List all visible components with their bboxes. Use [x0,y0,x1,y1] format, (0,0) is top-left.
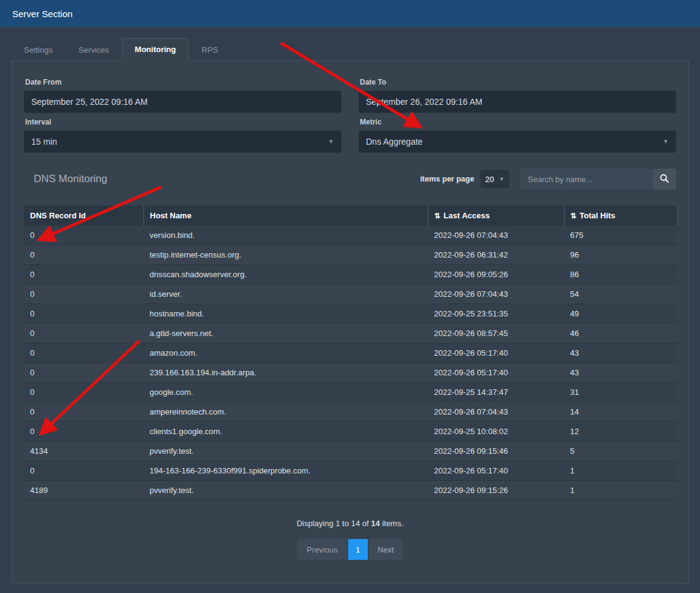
interval-select[interactable]: 15 min ▼ [24,131,341,153]
cell-host-name: amazon.com. [143,343,428,363]
cell-last-access: 2022-09-26 07:04:43 [428,285,564,304]
column-header-host-name: Host Name [143,205,428,226]
chevron-down-icon: ▼ [328,138,334,145]
toolbar-right: items per page 20 ▼ [420,169,676,189]
cell-dns-record-id: 0 [24,363,143,383]
cell-host-name: dnsscan.shadowserver.org. [143,265,428,285]
cell-host-name: 239.166.163.194.in-addr.arpa. [143,363,428,383]
section-title: DNS Monitoring [34,173,107,185]
filter-grid: Date From Date To Interval 15 min ▼ Metr… [24,73,676,153]
date-to-input[interactable] [359,91,676,113]
section-toolbar: DNS Monitoring items per page 20 ▼ [24,169,676,189]
cell-total-hits: 54 [564,285,677,304]
cell-host-name: id.server. [143,285,428,304]
table-row[interactable]: 0 ampereinnotech.com. 2022-09-26 07:04:4… [24,402,677,422]
table-row[interactable]: 4134 pvverify.test. 2022-09-26 09:15:46 … [24,442,677,461]
cell-total-hits: 5 [564,442,677,461]
sort-icon: ⇅ [435,212,441,220]
cell-last-access: 2022-09-26 09:05:26 [428,265,564,285]
table-row[interactable]: 0 194-163-166-239-6330f991.spiderprobe.c… [24,461,677,481]
column-header-total-hits[interactable]: ⇅Total Hits [564,205,677,226]
cell-last-access: 2022-09-26 06:31:42 [428,245,564,265]
cell-last-access: 2022-09-26 09:15:46 [428,442,564,461]
dns-monitoring-table: DNS Record Id Host Name ⇅Last Access ⇅To… [24,205,678,500]
table-row[interactable]: 0 testip.internet-census.org. 2022-09-26… [24,245,677,265]
search-input[interactable] [520,169,653,189]
column-label: Host Name [150,211,192,220]
cell-dns-record-id: 0 [24,343,143,363]
column-header-last-access[interactable]: ⇅Last Access [428,205,564,226]
cell-total-hits: 31 [564,383,677,402]
cell-last-access: 2022-09-25 10:08:02 [428,422,564,442]
cell-host-name: pvverify.test. [143,442,428,461]
table-row[interactable]: 0 id.server. 2022-09-26 07:04:43 54 [24,285,677,304]
paging-summary: Displaying 1 to 14 of 14 items. [24,519,676,528]
metric-selected-value: Dns Aggregate [366,137,423,147]
interval-label: Interval [25,118,341,126]
cell-last-access: 2022-09-26 07:04:43 [428,226,564,245]
cell-total-hits: 12 [564,422,677,442]
metric-label: Metric [360,118,676,126]
cell-total-hits: 49 [564,304,677,324]
cell-total-hits: 43 [564,343,677,363]
cell-dns-record-id: 0 [24,226,143,245]
monitoring-panel: Date From Date To Interval 15 min ▼ Metr… [11,60,689,584]
items-per-page-select[interactable]: 20 ▼ [481,170,509,188]
cell-last-access: 2022-09-26 05:17:40 [428,363,564,383]
column-header-dns-record-id: DNS Record Id [24,205,143,226]
cell-dns-record-id: 0 [24,265,143,285]
cell-host-name: version.bind. [143,226,428,245]
cell-last-access: 2022-09-25 14:37:47 [428,383,564,402]
cell-total-hits: 1 [564,461,677,481]
page-1-button[interactable]: 1 [348,539,368,560]
table-row[interactable]: 0 a.gtld-servers.net. 2022-09-26 08:57:4… [24,324,677,343]
cell-last-access: 2022-09-26 05:17:40 [428,343,564,363]
tab-services[interactable]: Services [66,39,122,61]
tab-rps[interactable]: RPS [189,39,231,61]
cell-last-access: 2022-09-26 07:04:43 [428,402,564,422]
cell-dns-record-id: 0 [24,383,143,402]
column-label: Last Access [444,211,490,220]
table-row[interactable]: 4189 pvverify.test. 2022-09-26 09:15:26 … [24,481,677,500]
pagination: Previous 1 Next [24,539,676,560]
search-button[interactable] [653,169,676,189]
table-row[interactable]: 0 dnsscan.shadowserver.org. 2022-09-26 0… [24,265,677,285]
date-from-input[interactable] [24,91,341,113]
sort-icon: ⇅ [571,212,577,220]
table-row[interactable]: 0 239.166.163.194.in-addr.arpa. 2022-09-… [24,363,677,383]
cell-total-hits: 96 [564,245,677,265]
cell-total-hits: 43 [564,363,677,383]
cell-last-access: 2022-09-26 08:57:45 [428,324,564,343]
table-row[interactable]: 0 google.com. 2022-09-25 14:37:47 31 [24,383,677,402]
table-header-row: DNS Record Id Host Name ⇅Last Access ⇅To… [24,205,677,226]
interval-selected-value: 15 min [31,137,57,147]
next-page-button[interactable]: Next [369,539,403,560]
metric-select[interactable]: Dns Aggregate ▼ [359,131,676,153]
cell-dns-record-id: 0 [24,461,143,481]
previous-page-button[interactable]: Previous [297,539,347,560]
cell-dns-record-id: 0 [24,245,143,265]
cell-host-name: google.com. [143,383,428,402]
items-per-page-value: 20 [485,175,494,184]
date-from-label: Date From [25,78,341,86]
tab-monitoring[interactable]: Monitoring [122,38,189,61]
cell-dns-record-id: 0 [24,422,143,442]
date-from-group: Date From [24,73,341,113]
cell-host-name: 194-163-166-239-6330f991.spiderprobe.com… [143,461,428,481]
tab-settings[interactable]: Settings [11,39,66,61]
cell-host-name: clients1.google.com. [143,422,428,442]
search-group [520,169,676,189]
cell-host-name: pvverify.test. [143,481,428,500]
tab-bar: Settings Services Monitoring RPS [0,38,700,60]
cell-dns-record-id: 0 [24,324,143,343]
cell-total-hits: 675 [564,226,677,245]
table-row[interactable]: 0 amazon.com. 2022-09-26 05:17:40 43 [24,343,677,363]
table-row[interactable]: 0 version.bind. 2022-09-26 07:04:43 675 [24,226,677,245]
summary-count: 14 [371,519,379,528]
items-per-page-label: items per page [420,175,474,183]
dns-table-body: 0 version.bind. 2022-09-26 07:04:43 675 … [24,226,677,500]
table-row[interactable]: 0 clients1.google.com. 2022-09-25 10:08:… [24,422,677,442]
table-row[interactable]: 0 hostname.bind. 2022-09-25 23:51:35 49 [24,304,677,324]
chevron-down-icon: ▼ [663,138,669,145]
search-icon [660,174,669,185]
